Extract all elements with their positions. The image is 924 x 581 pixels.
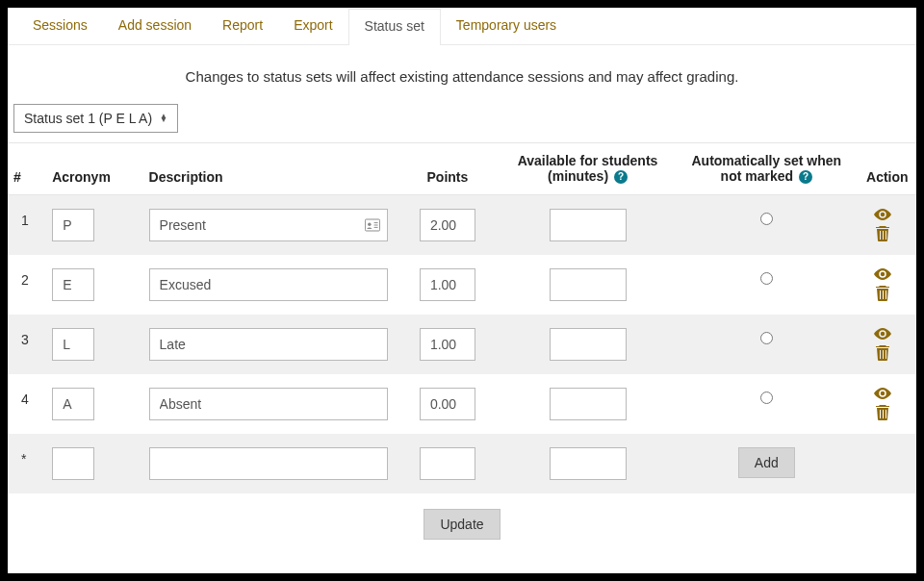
header-acronym: Acronym <box>46 143 142 195</box>
description-input[interactable] <box>149 268 388 301</box>
minutes-input[interactable] <box>550 268 627 301</box>
status-set-select[interactable]: Status set 1 (P E L A) ▲▼ <box>13 104 178 133</box>
table-row: 2 <box>8 255 916 315</box>
status-set-select-label: Status set 1 (P E L A) <box>24 111 152 126</box>
acronym-input[interactable] <box>52 328 94 361</box>
eye-icon[interactable] <box>874 328 891 340</box>
trash-icon[interactable] <box>876 345 889 361</box>
points-input[interactable] <box>420 268 475 301</box>
trash-icon[interactable] <box>876 405 889 420</box>
header-auto-set: Automatically set when not marked ? <box>675 143 859 195</box>
acronym-input[interactable] <box>52 209 94 241</box>
eye-icon[interactable] <box>874 209 891 220</box>
add-button[interactable]: Add <box>738 447 795 478</box>
header-number: # <box>8 143 46 195</box>
minutes-input[interactable] <box>550 209 627 241</box>
tab-status-set[interactable]: Status set <box>348 9 441 45</box>
eye-icon[interactable] <box>874 268 891 280</box>
update-button[interactable]: Update <box>424 509 500 540</box>
auto-set-radio[interactable] <box>760 213 773 225</box>
row-number: * <box>8 434 46 493</box>
minutes-input[interactable] <box>550 328 627 361</box>
row-number: 3 <box>8 315 46 374</box>
table-row: 4 <box>8 374 916 434</box>
acronym-input[interactable] <box>52 268 94 301</box>
tab-temporary-users[interactable]: Temporary users <box>441 8 572 44</box>
status-table: # Acronym Description Points Available f… <box>8 142 916 493</box>
auto-set-radio[interactable] <box>760 272 773 285</box>
auto-set-radio[interactable] <box>760 392 773 404</box>
description-input[interactable] <box>149 388 388 420</box>
header-available: Available for students (minutes) ? <box>500 143 675 195</box>
header-description: Description <box>143 143 395 195</box>
points-input[interactable] <box>420 447 475 480</box>
description-input[interactable] <box>149 209 388 241</box>
points-input[interactable] <box>420 388 475 420</box>
tab-report[interactable]: Report <box>207 8 278 44</box>
acronym-input[interactable] <box>52 447 94 480</box>
description-input[interactable] <box>149 447 388 480</box>
row-number: 1 <box>8 194 46 255</box>
points-input[interactable] <box>420 209 475 241</box>
row-number: 2 <box>8 255 46 315</box>
description-input[interactable] <box>149 328 388 361</box>
warning-message: Changes to status sets will affect exist… <box>8 45 916 104</box>
header-action: Action <box>859 143 916 195</box>
eye-icon[interactable] <box>874 388 891 399</box>
points-input[interactable] <box>420 328 475 361</box>
select-sort-icon: ▲▼ <box>160 114 167 122</box>
row-number: 4 <box>8 374 46 434</box>
trash-icon[interactable] <box>876 286 889 301</box>
minutes-input[interactable] <box>550 447 627 480</box>
help-icon[interactable]: ? <box>614 170 628 184</box>
minutes-input[interactable] <box>550 388 627 420</box>
table-row: 1 <box>8 194 916 255</box>
table-row-new: *Add <box>8 434 916 493</box>
auto-set-radio[interactable] <box>760 332 773 344</box>
header-points: Points <box>395 143 500 195</box>
tab-export[interactable]: Export <box>278 8 347 44</box>
trash-icon[interactable] <box>876 226 889 241</box>
tab-sessions[interactable]: Sessions <box>17 8 103 44</box>
tab-add-session[interactable]: Add session <box>103 8 207 44</box>
acronym-input[interactable] <box>52 388 94 420</box>
help-icon[interactable]: ? <box>799 170 812 184</box>
table-row: 3 <box>8 315 916 374</box>
tabs-nav: Sessions Add session Report Export Statu… <box>8 8 916 45</box>
